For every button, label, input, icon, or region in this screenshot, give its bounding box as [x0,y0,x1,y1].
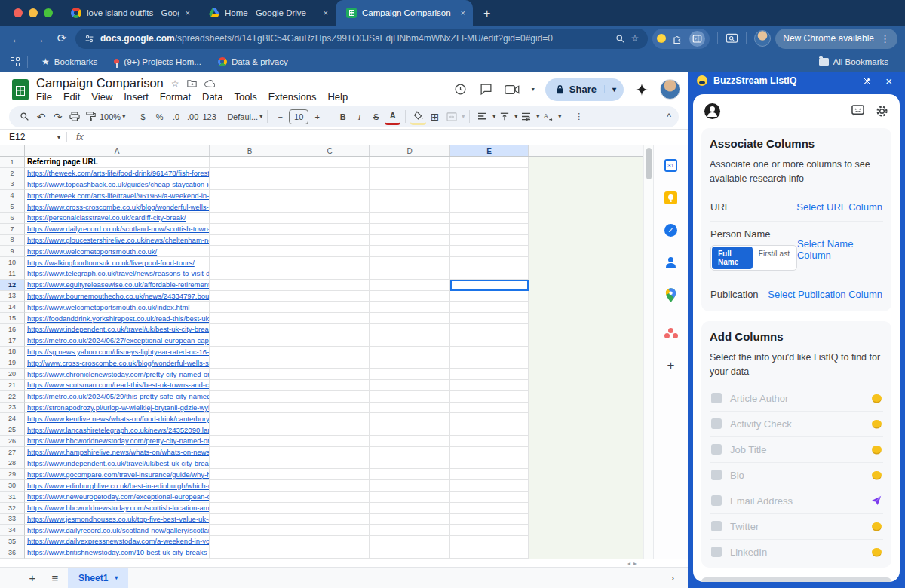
url-link[interactable]: http://www.cross-croscombe.co.uk/blog/wo… [25,359,210,367]
keep-icon[interactable] [664,190,679,205]
add-sheet-icon[interactable]: + [23,571,42,584]
share-button[interactable]: Share ▾ [545,78,624,101]
row-header-14[interactable]: 14 [0,302,25,313]
horizontal-align-button[interactable] [474,109,490,125]
menu-extensions[interactable]: Extensions [268,91,317,103]
cell-D6[interactable] [370,213,450,224]
strikethrough-button[interactable]: S [368,109,384,125]
font-size-input[interactable]: 10 [289,109,308,124]
checkbox[interactable] [711,393,722,403]
text-rotation-button[interactable]: A [540,109,556,125]
cell-B10[interactable] [210,257,290,268]
browser-profile-avatar[interactable] [754,30,771,47]
cell-A32[interactable]: https://www.bbcworldnewstoday.com/scotti… [25,503,210,514]
cell-C32[interactable] [290,503,370,514]
url-link[interactable]: https://www.lancashiretelegraph.co.uk/ne… [25,426,210,434]
cell-B27[interactable] [210,447,290,458]
cell-B9[interactable] [210,246,290,257]
cell-A23[interactable]: https://stronapodrozy.pl/urlop-w-wielkie… [25,403,210,414]
cell-A24[interactable]: https://www.kentlive.news/whats-on/food-… [25,413,210,424]
forward-button[interactable]: → [30,32,48,45]
row-header-21[interactable]: 21 [0,380,25,391]
cell-A11[interactable]: https://www.telegraph.co.uk/travel/news/… [25,268,210,280]
cell-C34[interactable] [290,525,370,536]
unpin-icon[interactable] [858,76,876,86]
cell-C12[interactable] [290,280,370,291]
cell-B28[interactable] [210,458,290,470]
cell-A34[interactable]: https://www.dailyrecord.co.uk/scotland-n… [25,525,210,536]
cell-E7[interactable] [450,224,529,235]
tab-google-drive[interactable]: Home - Google Drive × [198,0,336,26]
cell-B8[interactable] [210,235,290,247]
bold-button[interactable]: B [335,109,351,125]
cell-C30[interactable] [290,480,370,492]
minimize-window-button[interactable] [29,8,38,17]
format-percent-button[interactable]: % [152,109,167,125]
scroll-right-icon[interactable]: ▸ [634,560,637,567]
menu-insert[interactable]: Insert [124,91,149,103]
select-publication-column-link[interactable]: Select Publication Column [768,289,882,300]
settings-gear-icon[interactable] [876,105,888,118]
cell-A6[interactable]: https://personalclasstravel.co.uk/cardif… [25,213,210,224]
menu-format[interactable]: Format [160,91,191,103]
cell-D4[interactable] [370,190,450,201]
cell-D7[interactable] [370,224,450,235]
contacts-icon[interactable] [664,255,679,270]
cell-E34[interactable] [450,525,529,536]
cell-A21[interactable]: https://www.scotsman.com/read-this/best-… [25,380,210,391]
url-link[interactable]: https://www.scotsman.com/read-this/best-… [25,381,210,389]
url-link[interactable]: https://walkingfoodtoursuk.co.uk/liverpo… [25,259,195,267]
column-header-A[interactable]: A [25,145,210,156]
row-header-23[interactable]: 23 [0,403,25,414]
site-settings-icon[interactable] [84,34,94,44]
chrome-menu-icon[interactable]: ⋮ [880,33,890,44]
print-icon[interactable] [66,109,82,125]
cell-A5[interactable]: https://www.cross-croscombe.co.uk/blog/w… [25,201,210,213]
cell-C28[interactable] [290,458,370,470]
cell-C9[interactable] [290,246,370,257]
cell-D27[interactable] [370,447,450,458]
valign-caret-icon[interactable]: ▾ [514,113,517,120]
cell-C35[interactable] [290,536,370,547]
cell-B23[interactable] [210,403,290,414]
row-header-12[interactable]: 12 [0,280,25,291]
cell-C24[interactable] [290,413,370,424]
row-header-7[interactable]: 7 [0,224,25,235]
cell-C13[interactable] [290,291,370,302]
cell-B11[interactable] [210,268,290,280]
cell-D28[interactable] [370,458,450,470]
cell-D3[interactable] [370,179,450,191]
merge-cells-button[interactable] [443,109,459,125]
cell-A17[interactable]: https://metro.co.uk/2024/06/27/exception… [25,335,210,347]
gemini-sparkle-icon[interactable] [634,82,649,97]
url-link[interactable]: https://www.britishnewstoday.com/10-best… [25,548,210,556]
cell-C1[interactable] [290,157,370,168]
all-bookmarks-button[interactable]: All Bookmarks [813,57,895,66]
back-button[interactable]: ← [8,32,26,45]
share-caret-icon[interactable]: ▾ [604,85,624,93]
row-header-27[interactable]: 27 [0,447,25,458]
side-panel-icon[interactable] [689,31,705,47]
cell-B31[interactable] [210,492,290,503]
cell-D20[interactable] [370,369,450,380]
column-header-D[interactable]: D [370,145,450,156]
expand-side-panel-icon[interactable]: › [671,572,674,583]
cell-A36[interactable]: https://www.britishnewstoday.com/10-best… [25,547,210,559]
vertical-scrollbar-thumb[interactable] [646,148,652,179]
meet-caret-icon[interactable]: ▾ [532,86,535,93]
extensions-puzzle-icon[interactable] [672,33,683,44]
cell-B19[interactable] [210,357,290,369]
more-formats-button[interactable]: 123 [201,109,217,125]
url-link[interactable]: https://www.dailyrecord.co.uk/scotland-n… [25,526,210,534]
menu-tools[interactable]: Tools [234,91,256,103]
url-link[interactable]: https://www.cross-croscombe.co.uk/blog/w… [25,203,210,211]
cell-E25[interactable] [450,424,529,436]
cell-B32[interactable] [210,503,290,514]
italic-button[interactable]: I [351,109,367,125]
redo-icon[interactable]: ↷ [50,109,66,125]
decrease-decimals-button[interactable]: .0 [168,109,184,125]
cell-E11[interactable] [450,268,529,280]
cell-E36[interactable] [450,547,529,559]
decrease-font-size-button[interactable]: − [272,109,288,125]
tab-campaign-comparison[interactable]: Campaign Comparison - Goo × [336,0,473,26]
